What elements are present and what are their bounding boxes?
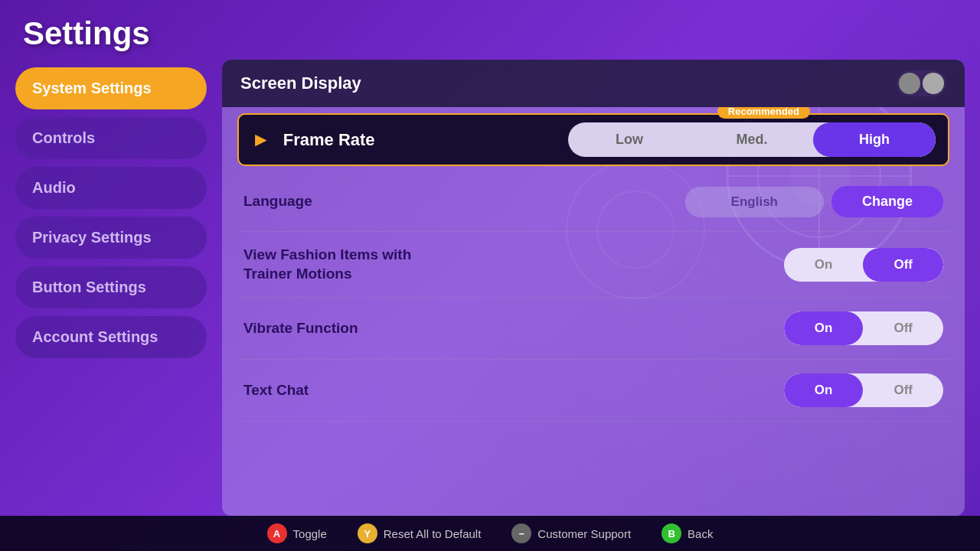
frame-rate-label: Frame Rate <box>283 130 556 150</box>
language-control: English Change <box>685 186 943 217</box>
y-button-icon: Y <box>358 523 377 543</box>
sidebar-item-account-settings[interactable]: Account Settings <box>15 316 207 358</box>
minus-button-icon: − <box>511 523 531 543</box>
vibrate-on[interactable]: On <box>784 311 864 345</box>
view-fashion-toggle[interactable]: On Off <box>784 248 943 282</box>
view-fashion-control: On Off <box>784 248 943 282</box>
frame-rate-high[interactable]: High <box>813 122 936 157</box>
vibrate-off[interactable]: Off <box>863 311 943 345</box>
vibrate-function-label: Vibrate Function <box>243 319 772 338</box>
sidebar: System Settings Controls Audio Privacy S… <box>15 60 207 516</box>
text-chat-off[interactable]: Off <box>863 373 943 407</box>
main-panel: Screen Display Recommended ► Frame Rate … <box>222 60 965 516</box>
text-chat-on[interactable]: On <box>784 373 864 407</box>
frame-rate-low[interactable]: Low <box>568 122 691 157</box>
view-fashion-off[interactable]: Off <box>863 248 943 282</box>
view-fashion-on[interactable]: On <box>784 248 864 282</box>
sidebar-item-controls[interactable]: Controls <box>15 117 207 159</box>
reset-label: Reset All to Default <box>384 527 482 540</box>
frame-rate-toggle[interactable]: Low Med. High <box>568 122 936 157</box>
page-title: Settings <box>0 0 980 60</box>
recommended-badge: Recommended <box>717 107 810 119</box>
b-button-icon: B <box>662 523 681 543</box>
language-value: English <box>685 187 824 217</box>
bottom-action-reset: Y Reset All to Default <box>358 523 482 543</box>
text-chat-label: Text Chat <box>243 381 772 400</box>
vibrate-function-toggle[interactable]: On Off <box>784 311 943 345</box>
support-label: Customer Support <box>537 527 631 540</box>
sidebar-item-system-settings[interactable]: System Settings <box>15 67 207 109</box>
panel-header-title: Screen Display <box>240 73 361 93</box>
language-row: Language English Change <box>237 172 949 232</box>
bottom-action-toggle: A Toggle <box>267 523 327 543</box>
selected-arrow-icon: ► <box>251 128 271 152</box>
sidebar-item-privacy-settings[interactable]: Privacy Settings <box>15 217 207 259</box>
settings-list: Recommended ► Frame Rate Low Med. High L… <box>222 107 965 516</box>
text-chat-control: On Off <box>784 373 943 407</box>
view-fashion-label: View Fashion Items withTrainer Motions <box>243 246 772 283</box>
toggle-dot-2 <box>923 73 944 94</box>
view-fashion-row: View Fashion Items withTrainer Motions O… <box>237 232 949 298</box>
language-label: Language <box>243 192 673 211</box>
back-label: Back <box>688 527 713 540</box>
language-change-button[interactable]: Change <box>831 186 943 217</box>
frame-rate-row: Recommended ► Frame Rate Low Med. High <box>237 113 949 166</box>
text-chat-toggle[interactable]: On Off <box>784 373 943 407</box>
sidebar-item-audio[interactable]: Audio <box>15 167 207 209</box>
bottom-bar: A Toggle Y Reset All to Default − Custom… <box>0 516 980 551</box>
sidebar-item-button-settings[interactable]: Button Settings <box>15 266 207 308</box>
text-chat-row: Text Chat On Off <box>237 360 949 422</box>
vibrate-function-row: Vibrate Function On Off <box>237 298 949 360</box>
panel-toggle-header[interactable] <box>897 70 946 96</box>
toggle-dot-1 <box>899 73 920 94</box>
bottom-action-support: − Customer Support <box>511 523 631 543</box>
bottom-action-back: B Back <box>662 523 713 543</box>
vibrate-function-control: On Off <box>784 311 943 345</box>
panel-header: Screen Display <box>222 60 965 107</box>
frame-rate-med[interactable]: Med. <box>691 122 813 157</box>
a-button-icon: A <box>267 523 287 543</box>
toggle-label: Toggle <box>293 527 327 540</box>
